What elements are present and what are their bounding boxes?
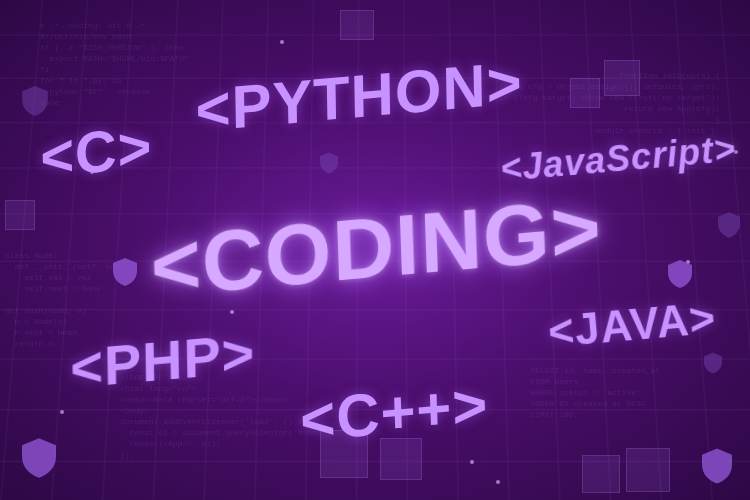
tag-c: <C> [40,112,153,191]
shield-icon [704,352,722,374]
deco-square [340,10,374,40]
shield-icon [718,212,740,238]
deco-dot [470,460,474,464]
deco-square [626,448,670,492]
shield-icon [668,260,692,288]
shield-icon [22,86,48,116]
deco-dot [230,310,234,314]
bg-code-block: SELECT id, name, created_at FROM users W… [530,365,660,420]
deco-dot [280,40,284,44]
deco-square [604,60,640,96]
shield-icon [113,258,137,286]
bg-code-block: # -*- coding: utf-8 -*- #!/usr/bin/env b… [40,20,189,108]
deco-dot [60,410,64,414]
shield-icon [702,448,732,484]
shield-icon [320,152,338,174]
deco-square [5,200,35,230]
deco-dot [496,480,500,484]
deco-square [570,78,600,108]
shield-icon [22,438,56,478]
deco-square [582,455,620,493]
